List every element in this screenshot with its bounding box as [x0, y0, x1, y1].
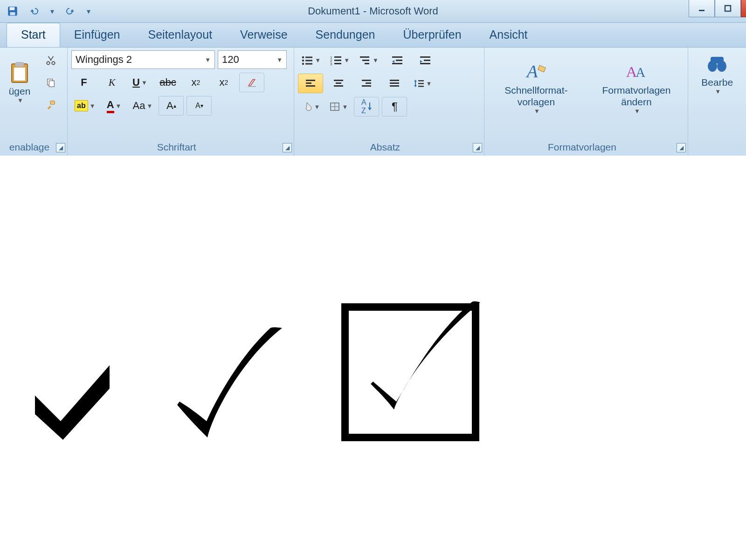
svg-rect-2 — [10, 12, 15, 15]
line-spacing-button[interactable]: ▼ — [410, 74, 435, 93]
svg-rect-57 — [711, 57, 724, 63]
superscript-button[interactable]: x2 — [211, 73, 236, 92]
tab-review[interactable]: Überprüfen — [389, 23, 475, 47]
svg-rect-47 — [418, 83, 424, 84]
tab-start[interactable]: Start — [7, 23, 60, 47]
bold-button[interactable]: F — [71, 73, 97, 92]
svg-rect-36 — [306, 85, 315, 87]
dialog-launcher-font[interactable]: ◢ — [283, 143, 292, 152]
quick-styles-button[interactable]: A Schnellformat- vorlagen▼ — [488, 58, 584, 117]
find-button[interactable]: Bearbe▼ — [692, 50, 742, 97]
svg-rect-11 — [49, 81, 54, 87]
document-page[interactable] — [0, 188, 746, 560]
qat-dropdown[interactable]: ▾ — [48, 5, 57, 18]
font-color-button[interactable]: A▼ — [102, 96, 127, 116]
svg-rect-6 — [15, 62, 24, 67]
clear-formatting-button[interactable] — [239, 73, 264, 92]
document-content — [26, 295, 487, 444]
svg-rect-24 — [334, 63, 341, 64]
tab-page-layout[interactable]: Seitenlayout — [134, 23, 227, 47]
dialog-launcher-styles[interactable]: ◢ — [677, 143, 686, 152]
grow-font-button[interactable]: A▴ — [159, 96, 184, 116]
svg-rect-16 — [305, 60, 312, 61]
minimize-button[interactable] — [689, 0, 715, 17]
multilevel-list-button[interactable]: ▼ — [356, 50, 382, 70]
svg-rect-35 — [306, 82, 311, 84]
underline-button[interactable]: U▼ — [127, 73, 152, 92]
tab-view[interactable]: Ansicht — [476, 23, 542, 47]
svg-rect-44 — [390, 82, 399, 84]
format-painter-button[interactable] — [38, 95, 63, 115]
qat-customize[interactable]: ▾ — [84, 5, 93, 18]
dialog-launcher-clipboard[interactable]: ◢ — [56, 143, 65, 152]
svg-text:A: A — [525, 61, 538, 81]
increase-indent-button[interactable] — [413, 50, 438, 70]
strikethrough-button[interactable]: abc — [155, 73, 180, 92]
subscript-button[interactable]: x2 — [183, 73, 208, 92]
svg-rect-1 — [10, 7, 15, 10]
numbering-button[interactable]: 123▼ — [327, 50, 353, 70]
undo-button[interactable] — [26, 3, 42, 19]
group-font: Wingdings 2▼ 120▼ F K U▼ abc x2 x2 ab▼ — [68, 48, 294, 156]
font-size-combo[interactable]: 120▼ — [218, 50, 287, 69]
svg-rect-39 — [334, 85, 343, 87]
change-styles-button[interactable]: AA Formatvorlagen ändern▼ — [588, 58, 684, 117]
align-center-button[interactable] — [326, 74, 351, 93]
font-name-combo[interactable]: Wingdings 2▼ — [71, 50, 215, 69]
save-button[interactable] — [5, 3, 21, 19]
svg-rect-37 — [334, 80, 343, 81]
svg-rect-3 — [699, 10, 705, 11]
styles-aa-icon: AA — [625, 60, 648, 82]
justify-button[interactable] — [382, 74, 407, 93]
copy-button[interactable] — [38, 73, 63, 92]
binoculars-icon — [706, 52, 728, 75]
group-label-paragraph: Absatz — [294, 142, 476, 153]
svg-rect-33 — [420, 63, 430, 64]
shrink-font-button[interactable]: A▾ — [186, 96, 212, 116]
maximize-button[interactable] — [715, 0, 741, 17]
paste-button[interactable]: ügen ▼ — [4, 50, 35, 115]
svg-rect-48 — [418, 86, 424, 87]
svg-rect-58 — [345, 307, 476, 437]
tab-references[interactable]: Verweise — [226, 23, 301, 47]
svg-rect-29 — [396, 60, 402, 61]
align-left-button[interactable] — [298, 74, 323, 93]
dialog-launcher-paragraph[interactable]: ◢ — [473, 143, 482, 152]
document-area[interactable] — [0, 156, 746, 560]
svg-rect-26 — [362, 60, 369, 61]
change-case-button[interactable]: Aa▼ — [130, 96, 156, 116]
svg-rect-45 — [390, 85, 399, 87]
decrease-indent-button[interactable] — [385, 50, 410, 70]
group-label-clipboard: enablage — [0, 142, 59, 153]
tab-mailings[interactable]: Sendungen — [302, 23, 389, 47]
change-styles-label: Formatvorlagen ändern — [602, 84, 670, 108]
svg-rect-46 — [418, 80, 424, 82]
cut-button[interactable] — [38, 50, 63, 70]
close-button[interactable] — [741, 0, 746, 17]
window-controls — [689, 0, 746, 17]
align-right-button[interactable] — [354, 74, 379, 93]
checkbox-checked-symbol — [338, 295, 487, 444]
svg-point-8 — [47, 61, 49, 64]
shading-button[interactable]: ▼ — [298, 97, 323, 116]
tab-insert[interactable]: Einfügen — [60, 23, 134, 47]
heavy-check-symbol — [26, 351, 114, 444]
title-bar: ▾ ▾ Dokument1 - Microsoft Word — [0, 0, 746, 23]
borders-button[interactable]: ▼ — [326, 97, 351, 116]
group-clipboard: ügen ▼ enablage ◢ — [0, 48, 68, 156]
svg-rect-25 — [360, 56, 369, 58]
group-label-styles: Formatvorlagen — [484, 142, 679, 153]
bullets-button[interactable]: ▼ — [298, 50, 324, 70]
svg-rect-42 — [362, 85, 371, 87]
redo-button[interactable] — [62, 3, 78, 19]
svg-point-13 — [302, 56, 304, 58]
italic-button[interactable]: K — [99, 73, 124, 92]
light-check-symbol — [166, 323, 287, 444]
sort-button[interactable]: AZ — [354, 97, 379, 116]
ribbon: ügen ▼ enablage ◢ Wingdings 2▼ — [0, 48, 746, 156]
group-editing: Bearbe▼ — [688, 48, 746, 156]
show-hide-button[interactable]: ¶ — [382, 97, 407, 116]
styles-a-icon: A — [525, 60, 547, 82]
highlight-button[interactable]: ab▼ — [71, 96, 99, 116]
ribbon-tabs: Start Einfügen Seitenlayout Verweise Sen… — [0, 23, 746, 48]
